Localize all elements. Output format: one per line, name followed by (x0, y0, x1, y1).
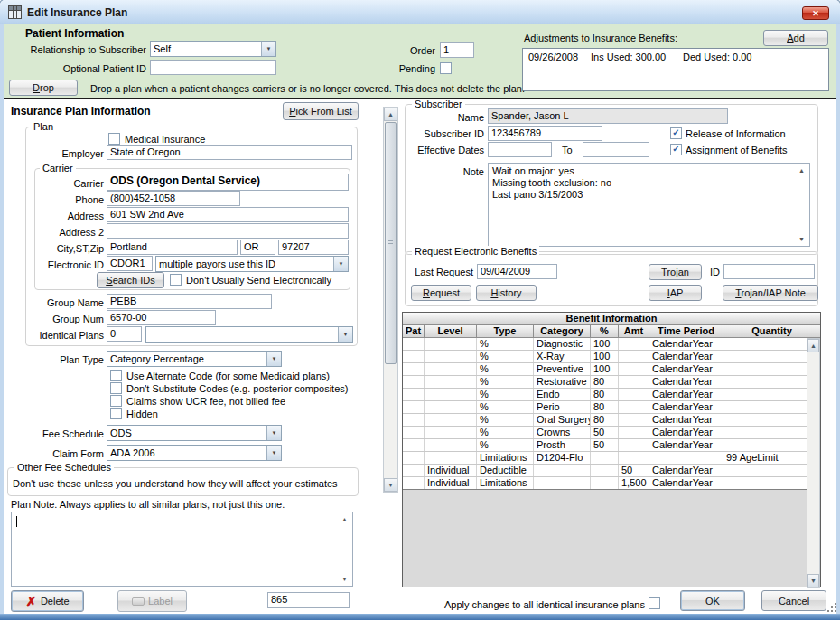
scrollbar-thumb[interactable] (385, 122, 397, 364)
table-row[interactable]: %Restorative80CalendarYear (403, 376, 807, 389)
plan-note-textarea[interactable]: ▲ ▼ (11, 512, 353, 587)
table-cell (425, 351, 477, 362)
benefit-column-header: Quantity (723, 325, 820, 337)
effective-to-field[interactable] (583, 142, 649, 157)
table-cell (619, 439, 649, 451)
table-row[interactable]: IndividualLimitations1,500CalendarYear (403, 477, 807, 489)
electronic-id-field[interactable]: CDOR1 (107, 256, 153, 271)
city-field[interactable]: Portland (107, 240, 238, 255)
trojan-iap-note-button[interactable]: Trojan/IAP Note (723, 285, 818, 301)
table-cell: Deductible (477, 465, 534, 476)
table-cell: Individual (425, 477, 477, 489)
address2-field[interactable] (107, 223, 349, 239)
pending-checkbox[interactable] (440, 62, 452, 74)
group-num-field[interactable]: 6570-00 (107, 310, 216, 325)
table-cell: CalendarYear (649, 439, 723, 451)
label-button[interactable]: Label (117, 590, 187, 612)
drop-button[interactable]: Drop (9, 80, 78, 96)
zip-field[interactable]: 97207 (278, 240, 349, 255)
benefit-column-header: Category (534, 325, 591, 337)
scroll-down-icon[interactable]: ▼ (339, 576, 350, 582)
plan-num-field[interactable]: 865 (267, 592, 350, 608)
table-cell: 50 (591, 427, 619, 438)
panel-scrollbar[interactable]: ▲ ▼ (383, 107, 398, 493)
scroll-up-icon[interactable]: ▲ (796, 167, 807, 174)
assignment-of-benefits-label: Assignment of Benefits (686, 145, 788, 155)
use-alternate-code-checkbox[interactable] (110, 370, 122, 381)
table-cell: CalendarYear (649, 401, 723, 413)
payor-dropdown[interactable]: multiple payors use this ID ▼ (155, 256, 349, 272)
address-field[interactable]: 601 SW 2nd Ave (107, 207, 349, 222)
table-row[interactable]: %Diagnostic100CalendarYear (403, 338, 807, 351)
identical-plans-field[interactable]: 0 (107, 326, 142, 342)
delete-button[interactable]: ✗ Delete (11, 590, 84, 612)
resize-grip[interactable] (826, 602, 837, 613)
claim-form-dropdown[interactable]: ADA 2006 ▼ (107, 445, 282, 461)
effective-from-field[interactable] (488, 142, 552, 157)
other-fee-schedules-note: Don't use these unless you understand ho… (13, 478, 338, 489)
adjustment-date: 09/26/2008 (528, 52, 578, 62)
iap-button[interactable]: IAP (649, 285, 702, 301)
table-row[interactable]: %Endo80CalendarYear (403, 389, 807, 401)
adjustments-listbox[interactable]: 09/26/2008 Ins Used: 300.00 Ded Used: 0.… (522, 48, 829, 91)
scroll-up-icon[interactable]: ▲ (384, 108, 397, 121)
dont-substitute-codes-checkbox[interactable] (110, 382, 122, 394)
order-field[interactable]: 1 (440, 42, 474, 58)
table-row[interactable]: %Prosth50CalendarYear (403, 439, 807, 452)
release-of-information-checkbox[interactable]: ✓ (670, 127, 682, 139)
employer-field[interactable]: State of Oregon (107, 145, 352, 160)
grid-scrollbar[interactable]: ▲ ▼ (807, 338, 820, 588)
last-request-field[interactable]: 09/04/2009 (477, 264, 557, 279)
insurance-plan-title: Insurance Plan Information (11, 105, 151, 117)
group-name-field[interactable]: PEBB (107, 294, 272, 309)
close-button[interactable]: ✕ (802, 6, 829, 20)
trojan-button[interactable]: Trojan (649, 264, 702, 280)
trojan-id-field[interactable] (723, 264, 815, 279)
hidden-checkbox[interactable] (110, 408, 122, 419)
scroll-down-icon[interactable]: ▼ (796, 236, 807, 242)
table-row[interactable]: %Oral Surgery80CalendarYear (403, 414, 807, 427)
table-row[interactable]: IndividualDeductible50CalendarYear (403, 465, 807, 477)
dont-send-electronically-checkbox[interactable] (170, 274, 182, 286)
claims-show-ucr-checkbox[interactable] (110, 395, 122, 407)
benefit-information-grid[interactable]: Benefit Information PatLevelTypeCategory… (402, 312, 821, 587)
plan-note-label: Plan Note. Always applies to all similar… (11, 499, 285, 510)
other-fee-schedules-label: Other Fee Schedules (14, 462, 114, 473)
assignment-of-benefits-checkbox[interactable]: ✓ (670, 144, 682, 155)
scroll-up-icon[interactable]: ▲ (339, 516, 350, 522)
state-field[interactable]: OR (240, 240, 275, 255)
group-num-label: Group Num (18, 314, 104, 324)
pick-from-list-button[interactable]: Pick From List (283, 102, 359, 120)
ok-button[interactable]: OK (680, 590, 745, 611)
scroll-down-icon[interactable]: ▼ (807, 574, 819, 587)
table-row[interactable]: %Perio80CalendarYear (403, 401, 807, 414)
subscriber-note-textarea[interactable]: Wait on major: yes Missing tooth exclusi… (488, 163, 810, 247)
table-cell: 80 (591, 401, 619, 413)
table-row[interactable]: %X-Ray100CalendarYear (403, 351, 807, 363)
medical-insurance-checkbox[interactable] (108, 133, 120, 145)
table-cell: Endo (534, 389, 591, 400)
table-row[interactable]: %Preventive100CalendarYear (403, 363, 807, 376)
apply-changes-checkbox[interactable] (649, 597, 660, 609)
title-bar[interactable]: Edit Insurance Plan ✕ (0, 0, 840, 25)
chevron-down-icon: ▼ (333, 257, 348, 271)
optional-id-field[interactable] (150, 60, 276, 75)
table-row[interactable]: LimitationsD1204-Flo99 AgeLimit (403, 452, 807, 465)
search-ids-button[interactable]: Search IDs (97, 272, 164, 288)
scroll-up-icon[interactable]: ▲ (807, 339, 819, 352)
carrier-field[interactable]: ODS (Oregon Dental Service) (107, 174, 349, 191)
phone-field[interactable]: (800)452-1058 (107, 191, 240, 206)
fee-schedule-dropdown[interactable]: ODS ▼ (107, 425, 282, 441)
add-adjustment-button[interactable]: Add (763, 30, 828, 46)
table-row[interactable]: %Crowns50CalendarYear (403, 427, 807, 439)
table-cell: % (477, 414, 534, 426)
subscriber-id-field[interactable]: 123456789 (488, 126, 602, 141)
relationship-dropdown[interactable]: Self ▼ (150, 41, 276, 57)
identical-plans-dropdown[interactable]: ▼ (145, 326, 353, 343)
history-button[interactable]: History (476, 285, 537, 301)
request-button[interactable]: Request (411, 285, 471, 301)
chevron-down-icon: ▼ (266, 446, 281, 460)
scroll-down-icon[interactable]: ▼ (384, 478, 397, 492)
plan-type-dropdown[interactable]: Category Percentage ▼ (107, 351, 282, 367)
cancel-button[interactable]: Cancel (761, 590, 826, 611)
